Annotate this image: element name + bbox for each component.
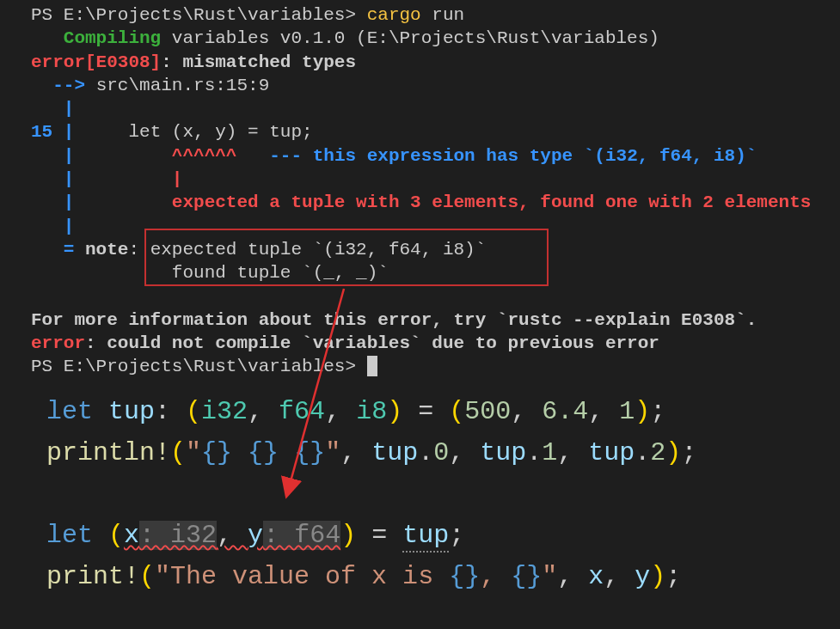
error-pipe: | xyxy=(74,169,182,189)
comma: , xyxy=(557,438,588,467)
colon: : xyxy=(128,240,150,260)
error-message: : mismatched types xyxy=(161,52,356,72)
comma: , xyxy=(511,397,542,426)
error-detail: expected a tuple with 3 elements, found … xyxy=(74,192,811,212)
format-brace: {} xyxy=(449,562,480,591)
equals: = xyxy=(402,397,449,426)
terminal-line: --> src\main.rs:15:9 xyxy=(31,74,833,97)
error-code: error[E0308] xyxy=(31,52,161,72)
code-line: print!("The value of x is {}, {}", x, y)… xyxy=(31,556,833,597)
comma: , xyxy=(217,521,248,550)
gutter-pipe: | xyxy=(31,192,74,212)
index: 0 xyxy=(433,438,449,467)
keyword-let: let xyxy=(46,521,93,550)
cargo-cmd: cargo xyxy=(367,5,421,25)
prompt: PS E:\Projects\Rust\variables> xyxy=(31,5,367,25)
terminal-line: For more information about this error, t… xyxy=(31,308,833,332)
var-tup: tup xyxy=(402,521,449,553)
terminal-line xyxy=(31,285,833,308)
terminal-output[interactable]: PS E:\Projects\Rust\variables> cargo run… xyxy=(0,0,840,382)
paren-open: ( xyxy=(108,521,124,550)
inlay-hint-y: : f64 xyxy=(263,521,340,550)
error-caret: ^^^^^^ xyxy=(74,146,236,166)
macro-println: println! xyxy=(46,438,170,467)
comma: , xyxy=(248,397,279,426)
cursor-icon xyxy=(367,356,377,376)
prompt: PS E:\Projects\Rust\variables> xyxy=(31,357,367,376)
error-label: error xyxy=(31,333,85,353)
comma: , xyxy=(604,562,635,591)
format-brace: {} xyxy=(511,562,542,591)
macro-print: print! xyxy=(46,562,139,591)
var-x: x xyxy=(588,562,604,591)
semicolon: ; xyxy=(665,562,681,591)
location: src\main.rs:15:9 xyxy=(96,76,270,95)
string-space xyxy=(279,438,294,467)
type-f64: f64 xyxy=(279,397,325,426)
dot: . xyxy=(526,438,542,467)
terminal-line: | ^^^^^^ --- this expression has type `(… xyxy=(31,144,833,168)
keyword-let: let xyxy=(46,397,93,426)
var-x: x xyxy=(124,521,139,550)
var-y: y xyxy=(248,521,263,550)
expected-tuple: expected tuple `(i32, f64, i8)` xyxy=(150,240,487,260)
var-tup: tup xyxy=(371,438,418,467)
paren-close: ) xyxy=(387,397,402,426)
compiling-label: Compiling xyxy=(31,28,161,48)
terminal-line: | | xyxy=(31,168,833,191)
more-info: For more information about this error, t… xyxy=(31,310,757,330)
string-quote: " xyxy=(542,562,557,591)
gutter-pipe: | xyxy=(31,99,74,119)
code-line: let (x: i32, y: f64) = tup; xyxy=(31,515,833,556)
paren-close: ) xyxy=(340,521,356,550)
paren-close: ) xyxy=(665,438,681,467)
terminal-line: | expected a tuple with 3 elements, foun… xyxy=(31,191,833,214)
format-brace: {} xyxy=(248,438,279,467)
var-y: y xyxy=(635,562,650,591)
blank-line xyxy=(31,473,833,515)
type-hint: this expression has type `(i32, f64, i8)… xyxy=(302,146,757,166)
format-brace: {} xyxy=(201,438,232,467)
semicolon: ; xyxy=(650,397,665,426)
comma: , xyxy=(325,397,356,426)
paren-close: ) xyxy=(650,562,665,591)
type-i8: i8 xyxy=(356,397,387,426)
type-i32: i32 xyxy=(201,397,248,426)
paren-open: ( xyxy=(186,397,201,426)
comma: , xyxy=(449,438,480,467)
semicolon: ; xyxy=(449,521,464,550)
number: 500 xyxy=(464,397,511,426)
source-code: let (x, y) = tup; xyxy=(74,122,312,142)
comma: , xyxy=(557,562,588,591)
string-quote: " xyxy=(325,438,340,467)
index: 1 xyxy=(542,438,557,467)
terminal-line: Compiling variables v0.1.0 (E:\Projects\… xyxy=(31,27,833,50)
gutter-pipe: | xyxy=(64,122,75,142)
comma: , xyxy=(340,438,371,467)
format-brace: {} xyxy=(294,438,325,467)
number: 6.4 xyxy=(542,397,588,426)
hint-dash: --- xyxy=(236,146,302,166)
string-quote: " xyxy=(155,562,170,591)
index: 2 xyxy=(650,438,665,467)
dot: . xyxy=(635,438,650,467)
var-tup: tup xyxy=(480,438,526,467)
terminal-line: = note: expected tuple `(i32, f64, i8)` xyxy=(31,238,833,261)
colon: : xyxy=(155,397,186,426)
terminal-line: found tuple `(_, _)` xyxy=(31,261,833,284)
gutter-pipe: | xyxy=(31,169,74,189)
string-space xyxy=(232,438,248,467)
number: 1 xyxy=(619,397,635,426)
semicolon: ; xyxy=(681,438,696,467)
space xyxy=(93,521,108,550)
terminal-line: | xyxy=(31,97,833,120)
equals: = xyxy=(356,521,402,550)
error-summary: : could not compile `variables` due to p… xyxy=(85,333,659,353)
code-editor[interactable]: let tup: (i32, f64, i8) = (500, 6.4, 1);… xyxy=(0,382,840,606)
comma: , xyxy=(588,397,619,426)
dot: . xyxy=(418,438,433,467)
line-number: 15 xyxy=(31,122,64,142)
run-arg: run xyxy=(421,5,464,25)
terminal-line: error: could not compile `variables` due… xyxy=(31,332,833,355)
code-line: let tup: (i32, f64, i8) = (500, 6.4, 1); xyxy=(31,391,833,432)
